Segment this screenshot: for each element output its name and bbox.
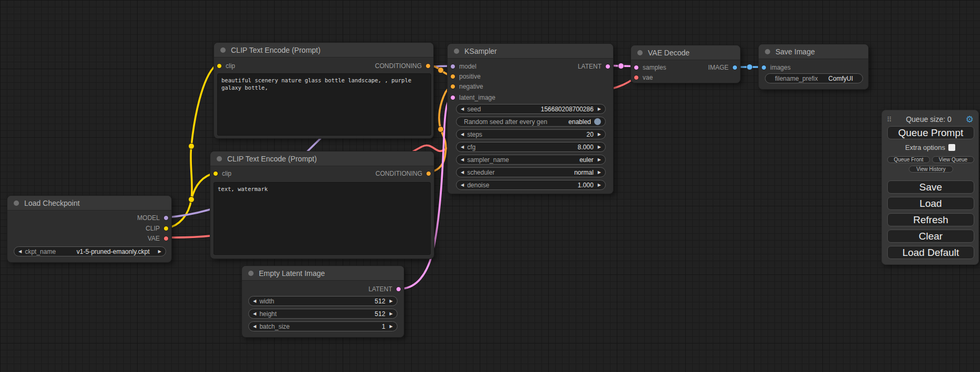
port-input-clip[interactable]: clip: [213, 169, 231, 178]
port-input-samples[interactable]: samples: [634, 63, 666, 72]
node-save-image[interactable]: Save Image images filename_prefix ComfyU…: [758, 44, 869, 90]
view-history-button[interactable]: View History: [909, 166, 953, 173]
port-dot-conditioning[interactable]: [426, 171, 431, 176]
port-dot-conditioning[interactable]: [425, 63, 431, 69]
decrement-arrow-icon[interactable]: ◀: [461, 145, 464, 149]
node-load-checkpoint[interactable]: Load Checkpoint MODEL CLIP VAE ◀ ckpt_na…: [7, 195, 172, 263]
height-widget[interactable]: ◀ height 512 ▶: [248, 309, 397, 319]
increment-arrow-icon[interactable]: ▶: [598, 132, 601, 137]
scheduler-widget[interactable]: ◀ scheduler normal ▶: [456, 167, 606, 177]
batch-size-widget[interactable]: ◀ batch_size 1 ▶: [248, 321, 397, 331]
decrement-arrow-icon[interactable]: ◀: [461, 132, 464, 137]
queue-panel-header[interactable]: ⠿ Queue size: 0 ⚙: [882, 114, 978, 125]
sampler-name-widget[interactable]: ◀ sampler_name euler ▶: [456, 155, 606, 165]
increment-arrow-icon[interactable]: ▶: [390, 299, 393, 303]
queue-front-button[interactable]: Queue Front: [887, 156, 930, 163]
node-title-bar[interactable]: Load Checkpoint: [7, 196, 171, 211]
port-input-latent-image[interactable]: latent_image: [450, 93, 496, 102]
port-output-model[interactable]: MODEL: [137, 213, 169, 223]
decrement-arrow-icon[interactable]: ◀: [461, 183, 464, 187]
port-input-clip[interactable]: clip: [217, 61, 235, 71]
node-graph-canvas[interactable]: Load Checkpoint MODEL CLIP VAE ◀ ckpt_na…: [0, 0, 980, 372]
node-clip-text-encode-positive[interactable]: CLIP Text Encode (Prompt) clip CONDITION…: [214, 42, 434, 139]
increment-arrow-icon[interactable]: ▶: [158, 250, 161, 254]
port-output-conditioning[interactable]: CONDITIONING: [375, 169, 431, 178]
extra-options-checkbox[interactable]: [948, 144, 955, 151]
port-output-clip[interactable]: CLIP: [145, 224, 169, 233]
port-output-vae[interactable]: VAE: [148, 234, 169, 243]
decrement-arrow-icon[interactable]: ◀: [253, 312, 256, 316]
increment-arrow-icon[interactable]: ▶: [598, 107, 601, 111]
port-dot-image[interactable]: [761, 65, 766, 70]
port-dot-clip[interactable]: [217, 63, 222, 69]
node-title-bar[interactable]: VAE Decode: [631, 45, 740, 60]
decrement-arrow-icon[interactable]: ◀: [461, 170, 464, 175]
node-title-bar[interactable]: KSampler: [448, 44, 613, 59]
random-seed-widget[interactable]: Random seed after every gen enabled: [456, 117, 606, 127]
port-dot-conditioning[interactable]: [450, 74, 455, 79]
clear-button[interactable]: Clear: [887, 230, 974, 243]
port-dot-latent[interactable]: [450, 95, 455, 100]
save-button[interactable]: Save: [887, 180, 974, 194]
decrement-arrow-icon[interactable]: ◀: [253, 325, 256, 329]
cfg-widget[interactable]: ◀ cfg 8.000 ▶: [456, 142, 606, 152]
increment-arrow-icon[interactable]: ▶: [598, 183, 601, 187]
decrement-arrow-icon[interactable]: ◀: [461, 158, 464, 162]
increment-arrow-icon[interactable]: ▶: [598, 158, 601, 162]
decrement-arrow-icon[interactable]: ◀: [18, 250, 22, 254]
collapse-dot-icon[interactable]: [765, 49, 770, 54]
collapse-dot-icon[interactable]: [454, 49, 459, 54]
decrement-arrow-icon[interactable]: ◀: [461, 107, 464, 111]
load-default-button[interactable]: Load Default: [887, 246, 974, 259]
decrement-arrow-icon[interactable]: ◀: [253, 299, 256, 303]
node-ksampler[interactable]: KSampler model positive negative latent_…: [447, 43, 614, 194]
collapse-dot-icon[interactable]: [248, 271, 254, 276]
port-output-conditioning[interactable]: CONDITIONING: [375, 61, 431, 71]
port-input-positive[interactable]: positive: [450, 72, 481, 81]
collapse-dot-icon[interactable]: [637, 50, 643, 55]
port-dot-image[interactable]: [732, 65, 738, 70]
port-dot-model[interactable]: [450, 64, 455, 69]
port-dot-clip[interactable]: [163, 226, 169, 231]
node-empty-latent-image[interactable]: Empty Latent Image LATENT ◀ width 512 ▶ …: [241, 265, 404, 338]
width-widget[interactable]: ◀ width 512 ▶: [248, 296, 397, 306]
negative-prompt-textarea[interactable]: text, watermark: [214, 182, 431, 255]
port-dot-clip[interactable]: [213, 171, 218, 176]
port-dot-vae[interactable]: [163, 236, 169, 241]
seed-widget[interactable]: ◀ seed 156680208700286 ▶: [456, 104, 606, 114]
reroute-dot[interactable]: [189, 197, 195, 203]
reroute-dot[interactable]: [747, 64, 753, 70]
increment-arrow-icon[interactable]: ▶: [390, 312, 393, 316]
reroute-dot[interactable]: [438, 68, 444, 73]
port-dot-conditioning[interactable]: [450, 84, 455, 89]
node-title-bar[interactable]: CLIP Text Encode (Prompt): [214, 43, 433, 58]
steps-widget[interactable]: ◀ steps 20 ▶: [456, 129, 606, 139]
node-title-bar[interactable]: CLIP Text Encode (Prompt): [210, 151, 434, 166]
reroute-dot[interactable]: [189, 144, 195, 149]
collapse-dot-icon[interactable]: [217, 156, 222, 161]
port-input-model[interactable]: model: [450, 62, 477, 71]
positive-prompt-textarea[interactable]: beautiful scenery nature glass bottle la…: [217, 73, 431, 136]
increment-arrow-icon[interactable]: ▶: [598, 170, 601, 175]
port-input-vae[interactable]: vae: [634, 73, 653, 82]
collapse-dot-icon[interactable]: [220, 47, 226, 53]
ckpt-name-widget[interactable]: ◀ ckpt_name v1-5-pruned-emaonly.ckpt ▶: [14, 246, 166, 256]
queue-prompt-button[interactable]: Queue Prompt: [887, 126, 974, 139]
reroute-dot[interactable]: [438, 127, 444, 132]
increment-arrow-icon[interactable]: ▶: [390, 325, 393, 329]
increment-arrow-icon[interactable]: ▶: [598, 145, 601, 149]
view-queue-button[interactable]: View Queue: [932, 156, 974, 163]
load-button[interactable]: Load: [887, 197, 974, 210]
collapse-dot-icon[interactable]: [14, 201, 19, 206]
filename-prefix-widget[interactable]: filename_prefix ComfyUI: [765, 73, 863, 83]
port-input-negative[interactable]: negative: [450, 82, 483, 91]
port-input-images[interactable]: images: [761, 63, 791, 72]
port-dot-latent[interactable]: [634, 65, 639, 70]
port-dot-vae[interactable]: [634, 75, 639, 80]
port-dot-model[interactable]: [163, 215, 169, 221]
settings-gear-icon[interactable]: ⚙: [966, 115, 974, 124]
node-vae-decode[interactable]: VAE Decode samples vae IMAGE: [630, 45, 741, 83]
denoise-widget[interactable]: ◀ denoise 1.000 ▶: [456, 180, 606, 190]
toggle-circle-icon[interactable]: [594, 118, 601, 125]
node-title-bar[interactable]: Save Image: [759, 44, 868, 59]
